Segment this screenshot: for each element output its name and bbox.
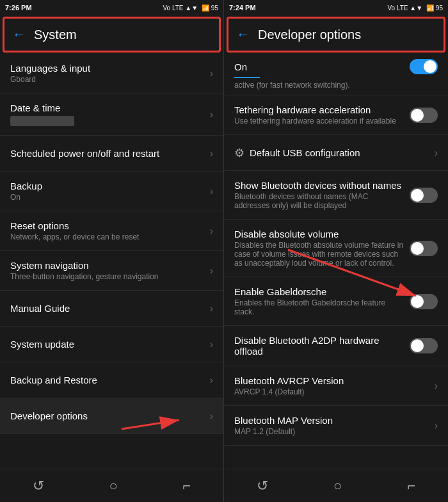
left-signal-text: Vo LTE ▲▼: [163, 4, 198, 12]
list-item[interactable]: Date & time ›: [0, 93, 223, 136]
left-time: 7:26 PM: [5, 4, 32, 12]
list-item[interactable]: System update ›: [0, 327, 223, 362]
developer-options-item[interactable]: Developer options ›: [0, 398, 223, 434]
recent-apps-button[interactable]: ↺: [20, 473, 57, 499]
list-item[interactable]: Manual Guide ›: [0, 291, 223, 327]
list-item[interactable]: Reset options Network, apps, or device c…: [0, 211, 223, 251]
left-settings-list: Languages & input Gboard › Date & time ›…: [0, 54, 223, 469]
bluetooth-names-toggle[interactable]: [410, 188, 438, 203]
toggle-thumb: [411, 109, 424, 122]
right-battery: 📶 95: [426, 4, 443, 12]
chevron-icon: ›: [435, 420, 438, 432]
usb-config-item[interactable]: ⚙ Default USB configuration ›: [224, 135, 448, 171]
on-row: On: [224, 54, 448, 77]
left-panel-wrapper: 7:26 PM Vo LTE ▲▼ 📶 95 ← System Language…: [0, 0, 224, 502]
tethering-toggle[interactable]: [410, 108, 438, 123]
gabeldorsche-item[interactable]: Enable Gabeldorsche Enables the Bluetoot…: [224, 277, 448, 326]
back-button[interactable]: ⌐: [170, 473, 204, 499]
gabeldorsche-toggle[interactable]: [410, 294, 438, 309]
a2dp-offload-item[interactable]: Disable Bluetooth A2DP hardware offload: [224, 326, 448, 366]
map-item[interactable]: Bluetooth MAP Version MAP 1.2 (Default) …: [224, 406, 448, 446]
recent-apps-button[interactable]: ↺: [244, 473, 281, 499]
list-item[interactable]: Backup and Restore ›: [0, 362, 223, 398]
toggle-thumb: [411, 295, 424, 308]
list-item[interactable]: Backup On ›: [0, 172, 223, 211]
right-status-bar: 7:24 PM Vo LTE ▲▼ 📶 95: [224, 0, 448, 15]
right-back-button[interactable]: ←: [236, 26, 250, 43]
chevron-icon: ›: [210, 109, 213, 120]
list-item[interactable]: Scheduled power on/off and restart ›: [0, 136, 223, 172]
chevron-icon: ›: [435, 147, 438, 159]
right-settings-list: Tethering hardware acceleration Use teth…: [224, 95, 448, 469]
right-bottom-nav: ↺ ○ ⌐: [224, 469, 448, 502]
left-status-icons: Vo LTE ▲▼ 📶 95: [163, 4, 218, 12]
list-item[interactable]: Languages & input Gboard ›: [0, 54, 223, 93]
tethering-acceleration-item[interactable]: Tethering hardware acceleration Use teth…: [224, 95, 448, 135]
chevron-icon: ›: [210, 375, 213, 386]
avrcp-item[interactable]: Bluetooth AVRCP Version AVRCP 1.4 (Defau…: [224, 366, 448, 406]
right-time: 7:24 PM: [229, 4, 256, 12]
left-header-title: System: [34, 28, 77, 42]
toggle-thumb: [411, 339, 424, 352]
usb-icon: ⚙: [234, 146, 244, 160]
chevron-icon: ›: [435, 380, 438, 392]
chevron-icon: ›: [210, 410, 213, 422]
a2dp-toggle[interactable]: [410, 338, 438, 353]
chevron-icon: ›: [210, 186, 213, 197]
on-label: On: [234, 61, 247, 72]
absolute-volume-toggle[interactable]: [410, 241, 438, 256]
chevron-icon: ›: [210, 303, 213, 314]
left-panel: 7:26 PM Vo LTE ▲▼ 📶 95 ← System Language…: [0, 0, 224, 502]
list-item[interactable]: System navigation Three-button navigatio…: [0, 251, 223, 291]
right-header-title: Developer options: [258, 28, 361, 42]
back-button[interactable]: ⌐: [394, 473, 428, 499]
right-panel-wrapper: 7:24 PM Vo LTE ▲▼ 📶 95 ← Developer optio…: [224, 0, 448, 502]
chevron-icon: ›: [210, 265, 213, 277]
left-status-bar: 7:26 PM Vo LTE ▲▼ 📶 95: [0, 0, 223, 15]
chevron-icon: ›: [210, 148, 213, 159]
on-subtitle: active (for fast network switching).: [224, 81, 448, 95]
chevron-icon: ›: [210, 68, 213, 79]
chevron-icon: ›: [210, 225, 213, 237]
right-header: ← Developer options: [227, 17, 445, 53]
on-toggle[interactable]: [410, 59, 438, 74]
left-back-button[interactable]: ←: [12, 26, 26, 43]
left-bottom-nav: ↺ ○ ⌐: [0, 469, 223, 502]
right-panel: 7:24 PM Vo LTE ▲▼ 📶 95 ← Developer optio…: [224, 0, 448, 502]
chevron-icon: ›: [210, 339, 213, 350]
bluetooth-no-names-item[interactable]: Show Bluetooth devices without names Blu…: [224, 171, 448, 220]
right-status-icons: Vo LTE ▲▼ 📶 95: [387, 4, 443, 12]
blue-divider: [234, 77, 260, 78]
toggle-thumb: [411, 189, 424, 202]
right-signal-text: Vo LTE ▲▼: [387, 4, 422, 12]
disable-absolute-volume-item[interactable]: Disable absolute volume Disables the Blu…: [224, 220, 448, 277]
home-button[interactable]: ○: [321, 473, 355, 499]
toggle-thumb: [424, 60, 436, 73]
home-button[interactable]: ○: [96, 473, 130, 499]
left-battery: 📶 95: [202, 4, 218, 12]
toggle-thumb: [411, 242, 424, 255]
left-header: ← System: [3, 17, 221, 53]
